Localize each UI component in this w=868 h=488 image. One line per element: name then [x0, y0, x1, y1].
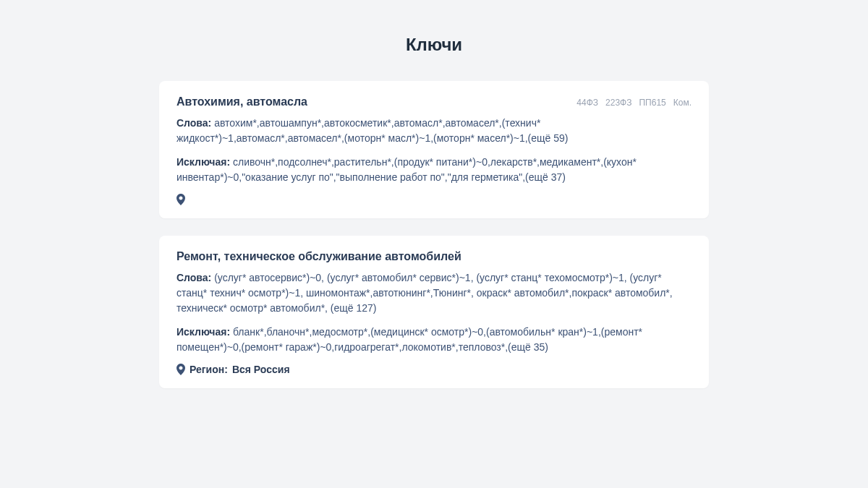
card-header: Ремонт, техническое обслуживание автомоб… — [176, 250, 692, 263]
words-value: автохим*,автошампун*,автокосметик*,автом… — [176, 117, 568, 144]
location-pin-icon — [176, 364, 185, 375]
region-row — [176, 194, 692, 205]
badge: 44ФЗ — [576, 98, 598, 108]
region-row: Регион: Вся Россия — [176, 364, 692, 375]
badge-list: 44ФЗ 223ФЗ ПП615 Ком. — [576, 98, 692, 108]
exclude-field: Исключая: сливочн*,подсолнеч*,растительн… — [176, 155, 692, 185]
exclude-value: сливочн*,подсолнеч*,растительн*,(продук*… — [176, 156, 637, 183]
card-header: Автохимия, автомасла 44ФЗ 223ФЗ ПП615 Ко… — [176, 95, 692, 108]
words-field: Слова: (услуг* автосервис*)~0, (услуг* а… — [176, 270, 692, 316]
words-value: (услуг* автосервис*)~0, (услуг* автомоби… — [176, 272, 673, 314]
badge: ПП615 — [639, 98, 665, 108]
location-pin-icon — [176, 194, 185, 205]
words-field: Слова: автохим*,автошампун*,автокосметик… — [176, 116, 692, 146]
exclude-label: Исключая: — [176, 156, 230, 168]
exclude-label: Исключая: — [176, 326, 230, 338]
words-label: Слова: — [176, 117, 211, 129]
badge: 223ФЗ — [605, 98, 631, 108]
card-title: Автохимия, автомасла — [176, 95, 307, 108]
exclude-field: Исключая: бланк*,бланочн*,медосмотр*,(ме… — [176, 325, 692, 355]
region-value: Вся Россия — [232, 364, 290, 375]
page-title: Ключи — [159, 35, 709, 55]
exclude-value: бланк*,бланочн*,медосмотр*,(медицинск* о… — [176, 326, 642, 353]
card-title: Ремонт, техническое обслуживание автомоб… — [176, 250, 461, 263]
words-label: Слова: — [176, 272, 211, 283]
region-label: Регион: — [190, 364, 228, 375]
key-card: Ремонт, техническое обслуживание автомоб… — [159, 236, 709, 388]
key-card: Автохимия, автомасла 44ФЗ 223ФЗ ПП615 Ко… — [159, 81, 709, 218]
badge: Ком. — [673, 98, 692, 108]
